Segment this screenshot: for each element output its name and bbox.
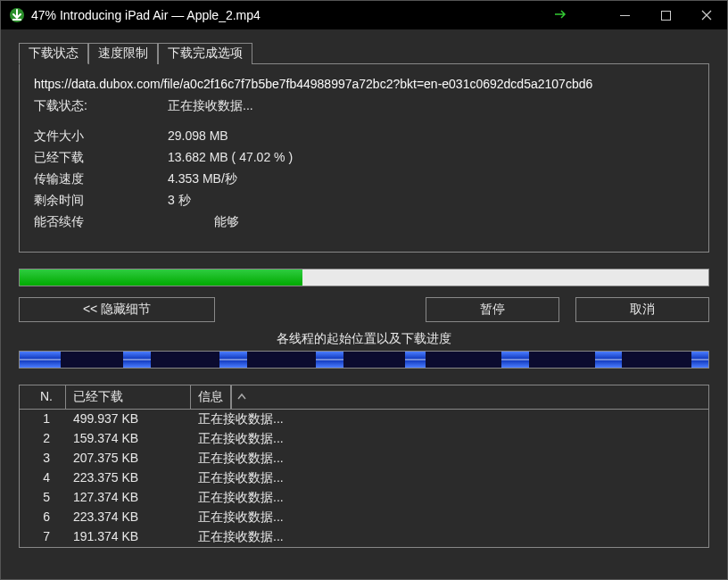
cell-downloaded: 159.374 KB (66, 430, 191, 448)
tray-arrow-icon (554, 7, 568, 23)
cell-downloaded: 191.374 KB (66, 528, 191, 546)
row-resume: 能否续传 能够 (34, 214, 694, 230)
download-url: https://data.dubox.com/file/a0c2f16c7f7b… (34, 77, 694, 91)
svg-rect-2 (620, 15, 630, 16)
cell-downloaded: 499.937 KB (66, 410, 191, 428)
row-speed: 传输速度 4.353 MB/秒 (34, 171, 694, 187)
table-row[interactable]: 6223.374 KB正在接收数据... (20, 508, 708, 527)
cell-info: 正在接收数据... (191, 469, 708, 487)
download-window: 47% Introducing iPad Air — Apple_2.mp4 下… (0, 0, 728, 580)
cell-number: 7 (20, 528, 66, 546)
svg-rect-3 (661, 11, 670, 20)
close-button[interactable] (686, 1, 727, 29)
table-header: N. 已经下载 信息 (20, 385, 708, 410)
resume-value: 能够 (168, 214, 694, 230)
progress-bar-fill (20, 269, 302, 286)
pause-button[interactable]: 暂停 (426, 297, 559, 322)
cell-info: 正在接收数据... (191, 528, 708, 546)
speed-value: 4.353 MB/秒 (168, 171, 694, 187)
app-icon (8, 6, 26, 24)
table-row[interactable]: 2159.374 KB正在接收数据... (20, 429, 708, 449)
cell-info: 正在接收数据... (191, 509, 708, 526)
th-downloaded[interactable]: 已经下载 (66, 385, 191, 409)
thread-segment-bar (19, 351, 709, 369)
maximize-button[interactable] (645, 1, 686, 29)
downloaded-label: 已经下载 (34, 150, 168, 166)
content-area: 下载状态 速度限制 下载完成选项 https://data.dubox.com/… (1, 29, 727, 559)
row-timeleft: 剩余时间 3 秒 (34, 193, 694, 209)
cancel-button[interactable]: 取消 (575, 297, 709, 322)
svg-rect-1 (12, 19, 21, 21)
th-info[interactable]: 信息 (191, 385, 231, 409)
status-value: 正在接收数据... (168, 98, 694, 114)
timeleft-label: 剩余时间 (34, 193, 168, 209)
table-row[interactable]: 3207.375 KB正在接收数据... (20, 449, 708, 468)
cell-info: 正在接收数据... (191, 430, 708, 448)
cell-number: 3 (20, 450, 66, 468)
threads-label: 各线程的起始位置以及下载进度 (19, 331, 709, 347)
row-filesize: 文件大小 29.098 MB (34, 128, 694, 145)
table-row[interactable]: 5127.374 KB正在接收数据... (20, 488, 708, 508)
cell-info: 正在接收数据... (191, 489, 708, 507)
cell-downloaded: 223.375 KB (66, 469, 191, 487)
speed-label: 传输速度 (34, 171, 168, 187)
cell-downloaded: 223.374 KB (66, 509, 191, 526)
cell-info: 正在接收数据... (191, 410, 708, 428)
table-row[interactable]: 4223.375 KB正在接收数据... (20, 468, 708, 488)
cell-info: 正在接收数据... (191, 450, 708, 468)
row-status: 下载状态: 正在接收数据... (34, 98, 694, 114)
row-downloaded: 已经下载 13.682 MB ( 47.02 % ) (34, 150, 694, 166)
cell-downloaded: 127.374 KB (66, 489, 191, 507)
minimize-button[interactable] (604, 1, 645, 29)
resume-label: 能否续传 (34, 214, 168, 230)
cell-number: 6 (20, 509, 66, 526)
tab-status[interactable]: 下载状态 (19, 43, 88, 64)
cell-downloaded: 207.375 KB (66, 450, 191, 468)
filesize-label: 文件大小 (34, 128, 168, 145)
window-controls (604, 1, 727, 29)
tab-bar: 下载状态 速度限制 下载完成选项 (19, 42, 709, 64)
downloaded-value: 13.682 MB ( 47.02 % ) (168, 150, 694, 166)
tab-speedlimit[interactable]: 速度限制 (88, 43, 158, 64)
table-row[interactable]: 7191.374 KB正在接收数据... (20, 527, 708, 547)
filesize-value: 29.098 MB (168, 128, 694, 145)
tab-oncomplete[interactable]: 下载完成选项 (158, 43, 252, 64)
cell-number: 2 (20, 430, 66, 448)
scroll-up-icon[interactable] (231, 385, 251, 409)
cell-number: 1 (20, 410, 66, 428)
cell-number: 4 (20, 469, 66, 487)
window-title: 47% Introducing iPad Air — Apple_2.mp4 (31, 8, 554, 22)
progress-bar-track (19, 269, 709, 286)
cell-number: 5 (20, 489, 66, 507)
status-label: 下载状态: (34, 98, 168, 114)
button-row: << 隐藏细节 暂停 取消 (19, 297, 709, 322)
table-body: 1499.937 KB正在接收数据...2159.374 KB正在接收数据...… (20, 410, 708, 547)
titlebar[interactable]: 47% Introducing iPad Air — Apple_2.mp4 (1, 1, 727, 29)
hide-details-button[interactable]: << 隐藏细节 (19, 297, 215, 322)
status-panel: https://data.dubox.com/file/a0c2f16c7f7b… (19, 64, 709, 253)
th-number[interactable]: N. (20, 385, 66, 409)
threads-table: N. 已经下载 信息 1499.937 KB正在接收数据...2159.374 … (19, 385, 709, 548)
timeleft-value: 3 秒 (168, 193, 694, 209)
table-row[interactable]: 1499.937 KB正在接收数据... (20, 410, 708, 429)
